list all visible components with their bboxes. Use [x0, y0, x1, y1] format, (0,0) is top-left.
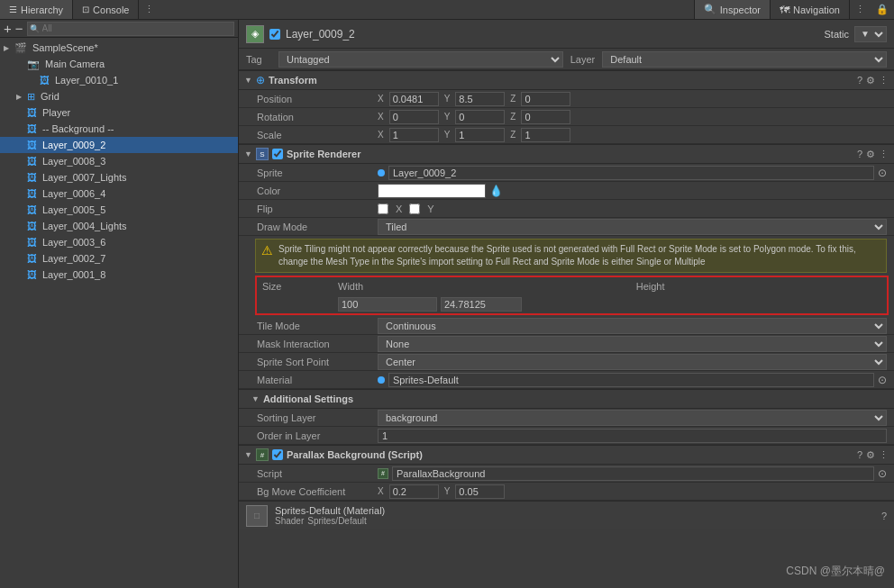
sprite-renderer-help-icon[interactable]: ? — [857, 149, 862, 159]
draw-mode-dropdown[interactable]: Tiled — [378, 219, 887, 235]
tree-item-background[interactable]: 🖼-- Background -- — [0, 121, 238, 137]
sprite-dot-icon — [378, 169, 385, 176]
material-bottom-help-icon[interactable]: ? — [881, 511, 887, 521]
sprite-renderer-active-checkbox[interactable] — [272, 149, 283, 159]
tree-triangle-grid: ▶ — [16, 93, 25, 101]
sprite-renderer-dots-icon[interactable]: ⋮ — [879, 149, 889, 160]
rotation-label: Rotation — [257, 112, 374, 122]
hierarchy-tab[interactable]: ☰ Hierarchy — [0, 0, 73, 19]
tree-label-layer0003: Layer_0003_6 — [42, 237, 105, 248]
transform-section-header[interactable]: ▼ ⊕ Transform ? ⚙ ⋮ — [239, 70, 894, 90]
material-target-icon[interactable]: ⊙ — [878, 374, 887, 386]
rot-x-input[interactable] — [389, 110, 439, 124]
tree-item-layer0010[interactable]: 🖼Layer_0010_1 — [0, 72, 238, 88]
parallax-dots-icon[interactable]: ⋮ — [879, 449, 889, 461]
coeff-y-input[interactable] — [455, 484, 505, 499]
tree-item-layer0006[interactable]: 🖼Layer_0006_4 — [0, 185, 238, 202]
parallax-script-icon: # — [256, 448, 269, 461]
tree-item-player[interactable]: 🖼Player — [0, 104, 238, 121]
sprite-value-input[interactable] — [388, 166, 874, 180]
rotation-row: Rotation X Y Z — [239, 108, 894, 126]
hierarchy-search-input[interactable] — [27, 22, 234, 36]
sprite-sort-dropdown[interactable]: Center — [378, 354, 887, 370]
script-target-icon[interactable]: ⊙ — [878, 467, 887, 480]
transform-title: Transform — [269, 75, 853, 86]
tree-item-layer0001[interactable]: 🖼Layer_0001_8 — [0, 267, 238, 283]
mask-interaction-dropdown[interactable]: None — [378, 336, 887, 352]
coeff-x-input[interactable] — [389, 484, 439, 499]
static-dropdown[interactable]: ▼ — [854, 26, 887, 42]
tree-label-layer0005: Layer_0005_5 — [42, 204, 105, 215]
inspector-tab[interactable]: 🔍 Inspector — [694, 0, 771, 19]
navigation-tab[interactable]: 🗺 Navigation — [771, 0, 850, 19]
rot-y-input[interactable] — [455, 110, 505, 124]
tag-dropdown[interactable]: Untagged — [278, 51, 563, 68]
tile-mode-dropdown[interactable]: Continuous — [378, 318, 887, 334]
tree-item-layer0005[interactable]: 🖼Layer_0005_5 — [0, 202, 238, 218]
static-label: Static — [824, 29, 849, 40]
sprite-renderer-section-header[interactable]: ▼ S Sprite Renderer ? ⚙ ⋮ — [239, 144, 894, 164]
material-dot-icon — [378, 376, 385, 384]
tree-item-layer0002[interactable]: 🖼Layer_0002_7 — [0, 250, 238, 267]
height-col-label: Height — [636, 281, 881, 292]
tree-label-layer0002: Layer_0002_7 — [42, 253, 105, 264]
transform-dots-icon[interactable]: ⋮ — [879, 75, 889, 86]
tree-item-samplescene[interactable]: ▶🎬SampleScene* — [0, 40, 238, 56]
tree-icon-layer0003: 🖼 — [27, 237, 37, 248]
rot-z-input[interactable] — [521, 110, 570, 124]
pos-z-input[interactable] — [521, 92, 570, 106]
tree-item-maincamera[interactable]: 📷Main Camera — [0, 56, 238, 72]
tree-item-layer0007[interactable]: 🖼Layer_0007_Lights — [0, 169, 238, 185]
warning-icon: ⚠ — [261, 243, 273, 258]
order-layer-input[interactable] — [378, 429, 887, 443]
hierarchy-add-button[interactable]: + — [4, 22, 12, 35]
transform-help-icon[interactable]: ? — [857, 75, 862, 86]
draw-mode-row: Draw Mode Tiled — [239, 218, 894, 236]
eyedropper-icon[interactable]: 💧 — [489, 185, 503, 197]
pos-x-label: X — [378, 94, 384, 104]
pos-y-input[interactable] — [455, 92, 505, 106]
rot-y-label: Y — [444, 112, 451, 122]
inspector-tab-dots[interactable]: ⋮ — [850, 0, 871, 19]
flip-x-checkbox[interactable] — [378, 204, 388, 214]
height-input[interactable] — [441, 297, 522, 312]
width-input[interactable] — [338, 297, 437, 312]
parallax-help-icon[interactable]: ? — [857, 449, 862, 460]
parallax-section-header[interactable]: ▼ # Parallax Background (Script) ? ⚙ ⋮ — [239, 445, 894, 465]
scale-y-input[interactable] — [455, 128, 505, 142]
mask-interaction-label: Mask Interaction — [257, 339, 374, 349]
sorting-layer-dropdown[interactable]: background — [378, 410, 887, 426]
pos-x-input[interactable] — [389, 92, 439, 106]
sprite-renderer-settings-icon[interactable]: ⚙ — [866, 149, 875, 160]
console-tab-label: Console — [93, 5, 129, 15]
sprite-sort-row: Sprite Sort Point Center — [239, 353, 894, 371]
transform-settings-icon[interactable]: ⚙ — [866, 75, 875, 86]
script-value-input[interactable] — [392, 466, 874, 481]
flip-y-label: Y — [427, 204, 433, 214]
hierarchy-minus-button[interactable]: − — [15, 22, 23, 35]
material-value-input[interactable] — [388, 373, 874, 387]
flip-label: Flip — [257, 204, 374, 214]
scale-x-label: X — [378, 130, 384, 140]
width-col-label: Width — [338, 281, 633, 292]
object-active-checkbox[interactable] — [269, 29, 280, 40]
navigation-tab-label: Navigation — [793, 5, 840, 15]
flip-y-checkbox[interactable] — [409, 204, 420, 214]
tree-item-layer0009[interactable]: 🖼Layer_0009_2 — [0, 137, 238, 153]
inspector-lock-icon[interactable]: 🔒 — [871, 0, 894, 19]
layer-dropdown[interactable]: Default — [602, 51, 887, 68]
tree-item-grid[interactable]: ▶⊞Grid — [0, 88, 238, 104]
tree-item-layer0008[interactable]: 🖼Layer_0008_3 — [0, 153, 238, 169]
layer-label: Layer — [570, 54, 596, 65]
scale-x-input[interactable] — [389, 128, 439, 142]
tree-item-layer0003[interactable]: 🖼Layer_0003_6 — [0, 234, 238, 250]
scale-z-input[interactable] — [521, 128, 570, 142]
parallax-active-checkbox[interactable] — [272, 449, 283, 460]
additional-settings-header[interactable]: ▼ Additional Settings — [239, 389, 894, 409]
console-tab[interactable]: ⊡ Console — [73, 0, 139, 19]
color-swatch[interactable] — [378, 184, 486, 198]
parallax-settings-icon[interactable]: ⚙ — [866, 449, 875, 461]
sprite-target-icon[interactable]: ⊙ — [878, 167, 887, 179]
tree-item-layer0004[interactable]: 🖼Layer_0004_Lights — [0, 218, 238, 234]
hierarchy-tab-dots[interactable]: ⋮ — [139, 0, 160, 19]
